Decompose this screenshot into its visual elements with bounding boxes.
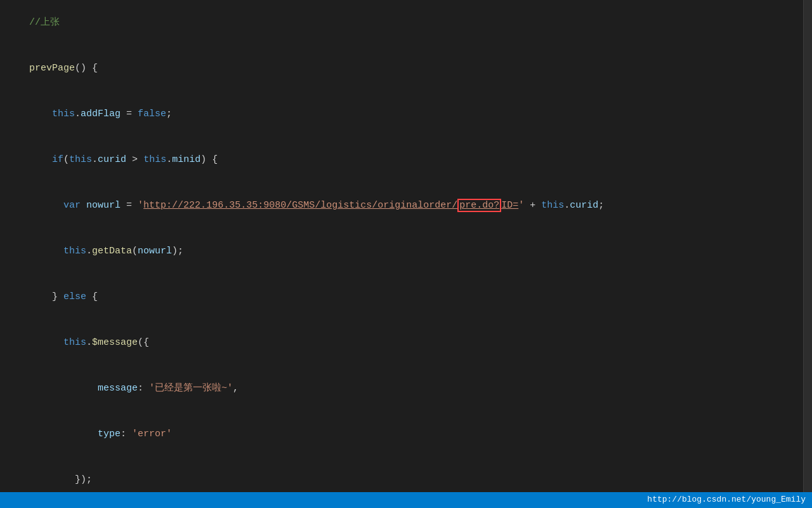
footer-url: http://blog.csdn.net/young_Emily [647, 493, 806, 507]
code-line-4: if(this.curid > this.minid) { [6, 137, 812, 183]
code-line-10: type: 'error' [6, 411, 812, 457]
code-line-9: message: '已经是第一张啦~', [6, 366, 812, 411]
code-line-6: this.getData(nowurl); [6, 229, 812, 274]
code-line-8: this.$message({ [6, 320, 812, 366]
code-line-1: //上张 [6, 0, 812, 46]
scrollbar[interactable] [803, 0, 812, 508]
code-line-3: this.addFlag = false; [6, 91, 812, 137]
code-line-5: var nowurl = 'http://222.196.35.35:9080/… [6, 183, 812, 229]
footer-bar: http://blog.csdn.net/young_Emily [0, 492, 812, 508]
code-line-7: } else { [6, 274, 812, 320]
code-editor: //上张 prevPage() { this.addFlag = false; … [0, 0, 812, 508]
code-line-2: prevPage() { [6, 46, 812, 91]
